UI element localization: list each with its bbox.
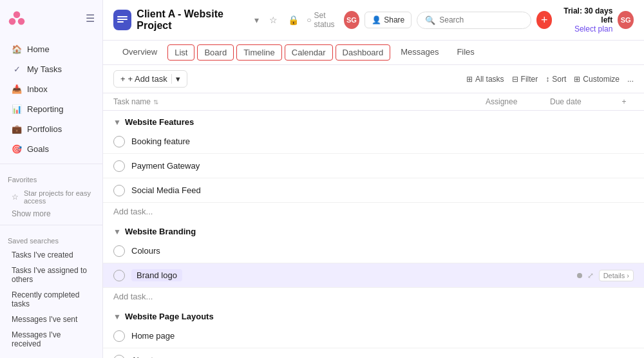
task-check-social[interactable] [113,185,125,196]
search-input[interactable] [439,15,523,24]
task-check-payment[interactable] [113,160,125,172]
section-title-branding: Website Branding [125,227,196,236]
table-row-selected: Brand logo ⤢ Details › [103,263,644,288]
task-name-home[interactable]: Home page [131,331,505,341]
all-tasks-button[interactable]: ⊞ All tasks [466,75,504,84]
sidebar-item-home[interactable]: 🏠 Home [4,39,99,59]
sidebar-item-reporting[interactable]: 📊 Reporting [4,99,99,118]
tab-list[interactable]: List [167,44,194,61]
main-content: Client A - Website Project ▾ ☆ 🔒 ○ Set s… [103,0,644,358]
share-button[interactable]: 👤 Share [365,12,412,28]
project-title-chevron[interactable]: ▾ [252,12,261,28]
section-toggle-layouts[interactable]: ▼ [113,312,121,321]
saved-messages-sent[interactable]: Messages I've sent [0,312,102,327]
saved-messages-received[interactable]: Messages I've received [0,327,102,352]
customize-button[interactable]: ⊞ Customize [574,75,620,84]
set-status-button[interactable]: ○ Set status [307,11,343,29]
saved-tasks-created[interactable]: Tasks I've created [0,247,102,263]
add-button[interactable]: + [536,11,553,29]
expand-icon[interactable]: ⤢ [587,271,594,280]
header-right: SG 👤 Share 🔍 + Trial: 30 days left Selec… [344,6,634,33]
col-due-header: Due date [550,97,614,106]
add-task-dropdown-icon[interactable]: ▾ [171,74,180,84]
col-assignee-header: Assignee [486,97,550,106]
tab-files[interactable]: Files [448,41,483,64]
plus-icon: + [120,74,126,84]
project-title: Client A - Website Project [137,8,247,32]
toolbar-left: + + Add task ▾ [113,70,187,88]
section-toggle-branding[interactable]: ▼ [113,227,121,236]
task-check-about[interactable] [113,355,125,359]
section-website-layouts: ▼ Website Page Layouts [103,305,644,324]
sidebar-header: ☰ [0,0,102,36]
sidebar-divider-2 [0,225,102,225]
task-name-booking[interactable]: Booking feature [131,137,505,146]
task-check-home[interactable] [113,330,125,342]
svg-rect-5 [117,21,124,23]
more-label: ... [627,75,634,84]
col-task-name: Task name ⇅ [113,97,486,106]
task-name-payment[interactable]: Payment Gateway [131,161,505,171]
star-icon: ☆ [12,193,19,202]
col-add-header[interactable]: + [614,97,634,106]
trial-link[interactable]: Select plan [557,24,612,33]
task-table-area: Task name ⇅ Assignee Due date + ▼ Websit… [103,93,644,358]
add-task-features[interactable]: Add task... [103,203,644,220]
task-check-booking[interactable] [113,136,125,147]
show-more-link[interactable]: Show more [0,208,102,220]
customize-icon: ⊞ [574,75,580,84]
sidebar-item-label: Goals [27,144,49,154]
sidebar-item-inbox[interactable]: 📥 Inbox [4,79,99,99]
col-task-label: Task name [113,97,151,106]
task-name-about[interactable]: About us page [131,355,505,358]
search-icon: 🔍 [425,15,435,25]
more-button[interactable]: ... [627,75,634,84]
table-header: Task name ⇅ Assignee Due date + [103,93,644,111]
section-title-layouts: Website Page Layouts [125,312,214,321]
share-label: Share [384,15,404,24]
tab-board[interactable]: Board [197,44,234,61]
add-task-branding[interactable]: Add task... [103,288,644,305]
sort-button[interactable]: ↕ Sort [545,75,566,84]
sidebar-item-my-tasks[interactable]: ✓ My Tasks [4,59,99,79]
tab-calendar[interactable]: Calendar [285,44,333,61]
add-task-label: + Add task [128,74,167,84]
marketing-section: Marketing + Marketing is currently in tr… [0,354,102,358]
section-title-features: Website Features [125,117,194,127]
status-icon: ○ [307,15,311,24]
col-sort-icon: ⇅ [153,99,158,106]
project-star-icon[interactable]: ☆ [267,12,280,28]
table-row: Payment Gateway [103,154,644,178]
tab-overview[interactable]: Overview [113,41,166,64]
sort-icon: ↕ [545,75,549,84]
task-name-logo[interactable]: Brand logo [131,269,182,281]
tab-messages[interactable]: Messages [392,41,448,64]
sidebar-item-portfolios[interactable]: 💼 Portfolios [4,119,99,138]
filter-button[interactable]: ⊟ Filter [512,75,538,84]
saved-tasks-assigned[interactable]: Tasks I've assigned to others [0,263,102,287]
details-button[interactable]: Details › [599,270,634,281]
search-box[interactable]: 🔍 [417,12,531,29]
table-row: Colours [103,239,644,263]
tab-timeline[interactable]: Timeline [236,44,282,61]
saved-recently-completed[interactable]: Recently completed tasks [0,287,102,312]
task-check-colours[interactable] [113,245,125,257]
favorites-hint: Star projects for easy access [24,189,91,205]
hamburger-icon[interactable]: ☰ [86,12,95,24]
table-row: Home page [103,324,644,348]
saved-searches-label: Saved searches [0,231,102,247]
target-icon: 🎯 [12,144,22,154]
header-left: Client A - Website Project ▾ ☆ 🔒 ○ Set s… [113,8,344,32]
add-task-button[interactable]: + + Add task ▾ [113,70,187,88]
task-check-logo[interactable] [113,270,125,281]
sidebar-item-goals[interactable]: 🎯 Goals [4,139,99,158]
project-privacy-icon[interactable]: 🔒 [285,12,301,28]
tab-dashboard[interactable]: Dashboard [336,44,391,61]
section-toggle-features[interactable]: ▼ [113,118,121,127]
task-name-colours[interactable]: Colours [131,246,505,256]
inbox-icon: 📥 [12,84,22,94]
share-icon: 👤 [372,15,381,24]
svg-point-2 [18,18,25,25]
asana-logo [8,9,26,27]
task-name-social[interactable]: Social Media Feed [131,185,505,195]
